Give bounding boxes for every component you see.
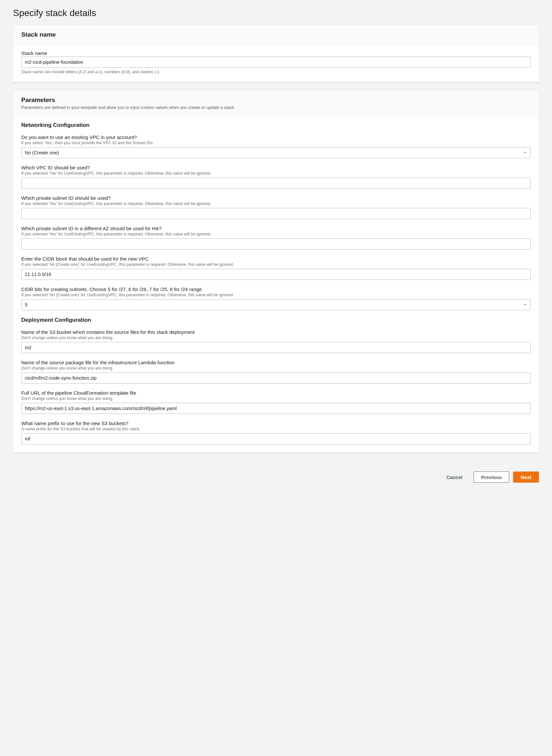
name-prefix-label: What name prefix to use for the new S3 b… — [21, 421, 531, 426]
page-title: Specify stack details — [13, 8, 539, 18]
template-url-input[interactable] — [21, 403, 531, 414]
stack-name-hint: Stack name can include letters (A-Z and … — [21, 69, 531, 74]
cidr-bits-value: 5 — [25, 302, 27, 307]
use-existing-vpc-desc: If you select 'Yes', then you must provi… — [21, 141, 531, 145]
deployment-heading: Deployment Configuration — [21, 317, 531, 323]
parameters-panel: Parameters Parameters are defined in you… — [13, 90, 539, 453]
parameters-panel-header: Parameters Parameters are defined in you… — [13, 91, 539, 116]
s3-bucket-label: Name of the S3 bucket which contains the… — [21, 329, 531, 335]
vpc-id-label: Which VPC ID should be used? — [21, 165, 531, 170]
stack-name-panel: Stack name Stack name Stack name can inc… — [13, 25, 539, 83]
private-subnet-ha-input[interactable] — [21, 239, 531, 250]
cidr-block-label: Enter the CIDR block that should be used… — [21, 256, 531, 262]
cidr-block-input[interactable] — [21, 269, 531, 280]
s3-bucket-desc: Don't change unless you know what you ar… — [21, 335, 531, 340]
parameters-panel-description: Parameters are defined in your template … — [21, 105, 531, 110]
cancel-button[interactable]: Cancel — [439, 471, 469, 483]
networking-heading: Networking Configuration — [21, 122, 531, 129]
cidr-block-desc: If you selected 'No (Create one)' for Us… — [21, 262, 531, 267]
wizard-button-row: Cancel Previous Next — [0, 468, 552, 492]
source-package-desc: Don't change unless you know what you ar… — [21, 366, 531, 370]
private-subnet-label: Which private subnet ID should be used? — [21, 195, 531, 201]
s3-bucket-input[interactable] — [21, 342, 531, 353]
stack-name-input[interactable] — [21, 56, 531, 68]
use-existing-vpc-value: No (Create one) — [25, 150, 59, 155]
cidr-bits-select[interactable]: 5 — [21, 299, 531, 310]
private-subnet-input[interactable] — [21, 208, 531, 219]
next-button[interactable]: Next — [513, 471, 539, 483]
private-subnet-ha-label: Which private subnet ID in a different A… — [21, 225, 531, 231]
name-prefix-input[interactable] — [21, 433, 531, 444]
template-url-desc: Don't change unless you know what you ar… — [21, 396, 531, 401]
source-package-label: Name of the source package file for the … — [21, 360, 531, 365]
use-existing-vpc-label: Do you want to use an existing VPC in yo… — [21, 134, 531, 140]
private-subnet-desc: If you selected 'Yes' for UseExistingVPC… — [21, 201, 531, 206]
stack-name-panel-header: Stack name — [13, 25, 539, 44]
parameters-panel-title: Parameters — [21, 97, 531, 104]
previous-button[interactable]: Previous — [473, 471, 509, 483]
cidr-bits-desc: If you selected 'No (Create one)' for Us… — [21, 293, 531, 297]
private-subnet-ha-desc: If you selected 'Yes' for UseExistingVPC… — [21, 232, 531, 237]
template-url-label: Full URL of the pipeline CloudFormation … — [21, 390, 531, 396]
use-existing-vpc-select[interactable]: No (Create one) — [21, 147, 531, 158]
source-package-input[interactable] — [21, 372, 531, 384]
vpc-id-input[interactable] — [21, 177, 531, 189]
name-prefix-desc: A name prefix for the S3 buckets that wi… — [21, 427, 531, 431]
vpc-id-desc: If you selected 'Yes' for UseExistingVPC… — [21, 171, 531, 176]
stack-name-label: Stack name — [21, 50, 531, 56]
stack-name-panel-title: Stack name — [21, 31, 531, 38]
cidr-bits-label: CIDR bits for creating subnets. Choose 5… — [21, 286, 531, 292]
